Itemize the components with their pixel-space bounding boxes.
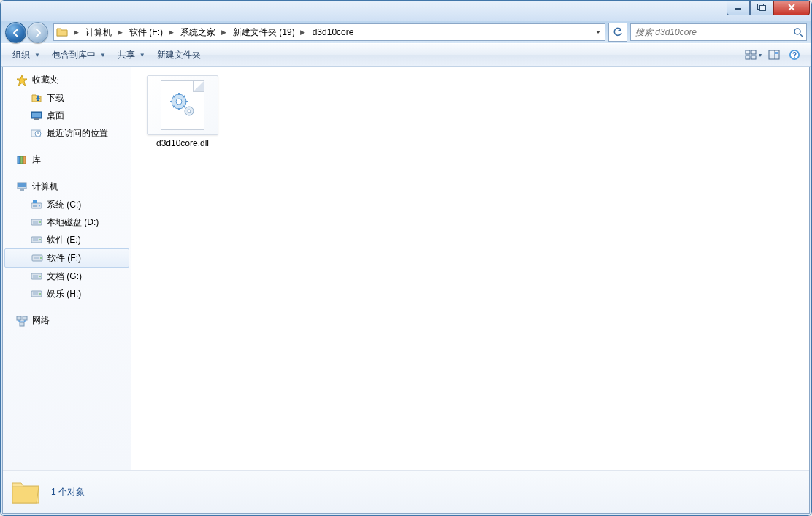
svg-line-57	[183, 106, 185, 107]
preview-pane-button[interactable]	[765, 47, 784, 63]
svg-point-51	[176, 99, 182, 105]
svg-rect-42	[33, 275, 38, 278]
sidebar-item-downloads[interactable]: 下载	[3, 89, 131, 107]
address-bar[interactable]: ▶ 计算机 ▶ 软件 (F:) ▶ 系统之家 ▶ 新建文件夹 (19) ▶ d3…	[53, 23, 605, 41]
libraries-header[interactable]: 库	[3, 152, 131, 169]
breadcrumb-arrow[interactable]: ▶	[166, 24, 176, 40]
computer-header[interactable]: 计算机	[3, 179, 131, 196]
explorer-body: 收藏夹 下载 桌面 最近访问的位置	[2, 67, 810, 514]
sidebar-item-label: 本地磁盘 (D:)	[47, 216, 99, 229]
new-folder-button[interactable]: 新建文件夹	[151, 44, 207, 66]
network-header[interactable]: 网络	[3, 313, 131, 330]
sidebar-item-drive[interactable]: 系统 (C:)	[3, 196, 131, 213]
star-icon	[16, 75, 28, 86]
svg-rect-33	[33, 221, 38, 224]
breadcrumb-arrow[interactable]: ▶	[298, 24, 308, 40]
status-text: 1 个对象	[51, 486, 85, 498]
file-thumbnail	[147, 75, 218, 135]
folder-large-icon	[10, 477, 41, 507]
svg-rect-20	[18, 156, 20, 164]
sidebar-item-drive[interactable]: 本地磁盘 (D:)	[3, 213, 131, 231]
navigation-bar: ▶ 计算机 ▶ 软件 (F:) ▶ 系统之家 ▶ 新建文件夹 (19) ▶ d3…	[1, 21, 811, 43]
svg-point-37	[39, 239, 41, 240]
svg-rect-9	[769, 50, 779, 59]
breadcrumb-item[interactable]: d3d10core	[308, 24, 357, 40]
search-input[interactable]	[631, 27, 790, 37]
search-box[interactable]	[630, 23, 807, 41]
file-item[interactable]: d3d10core.dll	[148, 75, 218, 150]
forward-button[interactable]	[27, 22, 48, 43]
computer-group: 计算机 系统 (C:)本地磁盘 (D:)软件 (E:)软件 (F:)文档 (G:…	[3, 179, 131, 303]
breadcrumb-item[interactable]: 新建文件夹 (19)	[229, 24, 298, 40]
svg-rect-47	[17, 316, 21, 320]
breadcrumb-item[interactable]: 系统之家	[176, 24, 218, 40]
new-folder-label: 新建文件夹	[157, 49, 201, 61]
breadcrumb-item[interactable]: 计算机	[81, 24, 115, 40]
sidebar-item-drive[interactable]: 软件 (F:)	[4, 248, 129, 268]
sidebar-item-label: 文档 (G:)	[47, 270, 82, 283]
breadcrumb-root-arrow[interactable]: ▶	[71, 24, 81, 40]
svg-line-4	[800, 34, 803, 37]
organize-label: 组织	[12, 49, 30, 61]
maximize-button[interactable]	[750, 0, 773, 15]
sidebar-item-drive[interactable]: 娱乐 (H:)	[3, 285, 131, 303]
toolbar-right: ▼ ?	[744, 47, 805, 63]
svg-point-46	[39, 293, 41, 295]
navigation-pane[interactable]: 收藏夹 下载 桌面 最近访问的位置	[3, 67, 131, 470]
drive-icon	[31, 199, 42, 210]
svg-rect-2	[760, 6, 766, 11]
view-options-button[interactable]: ▼	[744, 47, 763, 63]
svg-point-34	[39, 221, 41, 223]
refresh-button[interactable]	[608, 23, 627, 42]
network-group: 网络	[3, 313, 131, 330]
address-dropdown[interactable]	[591, 24, 605, 40]
file-list-pane[interactable]: d3d10core.dll	[131, 67, 809, 470]
svg-point-40	[40, 257, 42, 259]
breadcrumb-arrow[interactable]: ▶	[115, 24, 125, 40]
svg-rect-28	[33, 205, 37, 207]
include-label: 包含到库中	[52, 49, 96, 61]
svg-rect-22	[23, 156, 26, 164]
svg-rect-5	[746, 50, 750, 54]
drive-icon	[31, 234, 42, 246]
svg-rect-39	[34, 257, 39, 259]
computer-label: 计算机	[32, 181, 58, 193]
svg-rect-26	[18, 191, 26, 191]
back-button[interactable]	[5, 22, 26, 43]
favorites-header[interactable]: 收藏夹	[3, 72, 131, 89]
libraries-group: 库	[3, 152, 131, 169]
svg-rect-7	[746, 56, 750, 59]
sidebar-item-drive[interactable]: 文档 (G:)	[3, 268, 131, 285]
recent-icon	[31, 127, 42, 139]
minimize-button[interactable]	[727, 0, 750, 15]
svg-point-61	[188, 110, 191, 113]
breadcrumb-item[interactable]: 软件 (F:)	[125, 24, 166, 40]
sidebar-item-label: 桌面	[47, 110, 64, 122]
sidebar-item-label: 系统 (C:)	[47, 199, 81, 211]
sidebar-item-label: 下载	[47, 92, 64, 105]
svg-line-56	[173, 96, 175, 97]
window-controls	[727, 0, 810, 15]
sidebar-item-drive[interactable]: 软件 (E:)	[3, 231, 131, 248]
network-icon	[16, 315, 28, 327]
explorer-window: ▶ 计算机 ▶ 软件 (F:) ▶ 系统之家 ▶ 新建文件夹 (19) ▶ d3…	[0, 0, 812, 516]
network-label: 网络	[32, 314, 50, 327]
share-button[interactable]: 共享▼	[112, 44, 151, 66]
folder-icon	[54, 24, 71, 40]
svg-rect-21	[20, 156, 23, 164]
organize-button[interactable]: 组织▼	[7, 44, 46, 66]
svg-rect-24	[18, 183, 26, 187]
sidebar-item-desktop[interactable]: 桌面	[3, 107, 131, 124]
search-icon[interactable]	[790, 27, 806, 37]
breadcrumb-arrow[interactable]: ▶	[218, 24, 229, 40]
svg-line-59	[183, 96, 185, 97]
desktop-icon	[31, 110, 42, 121]
help-button[interactable]: ?	[785, 47, 804, 63]
include-in-library-button[interactable]: 包含到库中▼	[46, 44, 112, 66]
svg-rect-25	[20, 189, 24, 191]
svg-rect-48	[23, 316, 27, 320]
svg-rect-17	[34, 118, 39, 120]
sidebar-item-recent[interactable]: 最近访问的位置	[3, 124, 131, 142]
command-bar: 组织▼ 包含到库中▼ 共享▼ 新建文件夹 ▼ ?	[1, 43, 811, 67]
close-button[interactable]	[773, 0, 810, 15]
